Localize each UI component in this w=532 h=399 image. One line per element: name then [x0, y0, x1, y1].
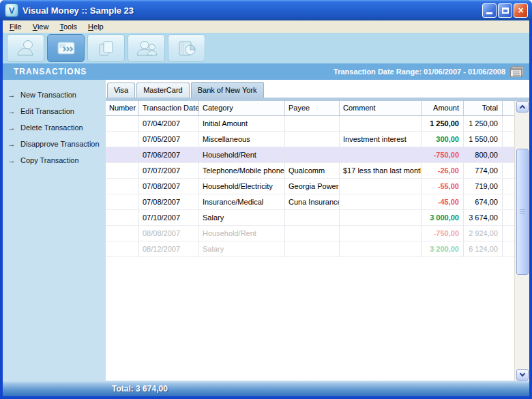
- menu-item-tools[interactable]: Tools: [54, 21, 83, 32]
- column-header-filler: [503, 101, 514, 115]
- cell-category: Miscellaneous: [199, 132, 285, 147]
- cell-filler: [503, 116, 514, 132]
- maximize-button[interactable]: [498, 3, 512, 18]
- cell-amount: -26,00: [422, 163, 464, 179]
- table-row[interactable]: 07/05/2007 Miscellaneous Investment inte…: [106, 132, 514, 147]
- table-row[interactable]: 08/12/2007 Salary 3 200,00 6 124,00: [106, 241, 514, 257]
- cell-total: 3 674,00: [464, 210, 503, 226]
- table-row[interactable]: 07/10/2007 Salary 3 000,00 3 674,00: [106, 210, 514, 226]
- user-toolbar-button[interactable]: [7, 34, 44, 62]
- table-row[interactable]: 08/08/2007 Household/Rent -750,00 2 924,…: [106, 226, 514, 241]
- table-row[interactable]: 07/06/2007 Household/Rent -750,00 800,00: [106, 147, 514, 163]
- cell-comment: Investment interest: [340, 132, 422, 147]
- cell-amount: 1 250,00: [422, 116, 464, 132]
- cell-number: [106, 241, 139, 257]
- cell-comment: $17 less than last month: [340, 163, 422, 179]
- cell-total: 800,00: [464, 147, 503, 163]
- transactions-icon: [55, 39, 77, 58]
- cell-total: 2 924,00: [464, 226, 503, 241]
- column-header-category[interactable]: Category: [199, 101, 285, 115]
- action-arrow-icon: →: [3, 140, 20, 148]
- cell-amount: -750,00: [422, 226, 464, 241]
- minimize-button[interactable]: [482, 3, 497, 18]
- cell-date: 07/08/2007: [139, 194, 199, 210]
- cell-payee: [285, 226, 340, 241]
- scroll-up-button[interactable]: [516, 101, 529, 113]
- column-header-transaction-date[interactable]: Transaction Date: [139, 101, 199, 115]
- vertical-scrollbar[interactable]: [514, 101, 529, 381]
- action-label: Delete Transaction: [20, 123, 83, 132]
- cell-payee: [285, 210, 340, 226]
- documents-icon: [95, 39, 117, 58]
- menu-item-view[interactable]: View: [27, 21, 55, 32]
- table-row[interactable]: 07/04/2007 Initial Amount 1 250,00 1 250…: [106, 116, 514, 132]
- cell-amount: -55,00: [422, 179, 464, 194]
- sidebar-actions: →New Transaction→Edit Transaction→Delete…: [3, 80, 106, 381]
- reports-toolbar-button[interactable]: [168, 34, 205, 62]
- menu-bar: FileViewToolsHelp: [3, 20, 529, 33]
- scrollbar-track[interactable]: [516, 113, 529, 369]
- column-header-comment[interactable]: Comment: [340, 101, 422, 115]
- action-delete-transaction[interactable]: →Delete Transaction: [3, 119, 106, 136]
- cell-date: 07/07/2007: [139, 163, 199, 179]
- cell-category: Salary: [199, 210, 285, 226]
- chevron-up-icon: [520, 105, 525, 110]
- cell-category: Household/Rent: [199, 226, 285, 241]
- cell-amount: -750,00: [422, 147, 464, 163]
- app-window: V Visual Money :: Sample 23 × FileViewTo…: [0, 0, 532, 399]
- app-logo-icon: V: [5, 3, 18, 17]
- cell-number: [106, 116, 139, 132]
- cell-date: 07/05/2007: [139, 132, 199, 147]
- table-header: NumberTransaction DateCategoryPayeeComme…: [106, 101, 514, 116]
- column-header-amount[interactable]: Amount: [422, 101, 464, 115]
- close-button[interactable]: ×: [514, 3, 528, 18]
- action-label: New Transaction: [20, 91, 76, 99]
- tab-bank-of-new-york[interactable]: Bank of New York: [191, 82, 264, 98]
- cell-amount: 3 200,00: [422, 241, 464, 257]
- table-row[interactable]: 07/08/2007 Household/Electricity Georgia…: [106, 179, 514, 194]
- cell-payee: Georgia Power: [285, 179, 340, 194]
- cell-number: [106, 147, 139, 163]
- menu-item-file[interactable]: File: [4, 21, 27, 32]
- cell-total: 1 250,00: [464, 116, 503, 132]
- cell-date: 07/06/2007: [139, 147, 199, 163]
- calendar-icon[interactable]: [510, 66, 524, 78]
- cell-total: 774,00: [464, 163, 503, 179]
- user-icon: [15, 39, 37, 58]
- column-header-number[interactable]: Number: [106, 101, 139, 115]
- cell-category: Telephone/Mobile phone: [199, 163, 285, 179]
- cell-comment: [340, 116, 422, 132]
- action-copy-transaction[interactable]: →Copy Transaction: [3, 152, 106, 168]
- action-arrow-icon: →: [3, 91, 20, 99]
- action-new-transaction[interactable]: →New Transaction: [3, 87, 106, 103]
- cell-filler: [503, 241, 514, 257]
- menu-item-help[interactable]: Help: [83, 21, 109, 32]
- table-body: 07/04/2007 Initial Amount 1 250,00 1 250…: [106, 116, 514, 257]
- tab-visa[interactable]: Visa: [107, 83, 135, 98]
- action-disapprove-transaction[interactable]: →Disapprove Transaction: [3, 136, 106, 152]
- cell-comment: [340, 147, 422, 163]
- tab-mastercard[interactable]: MasterCard: [136, 83, 189, 98]
- column-header-payee[interactable]: Payee: [285, 101, 340, 115]
- cell-amount: 300,00: [422, 132, 464, 147]
- cell-date: 07/08/2007: [139, 179, 199, 194]
- transactions-table: NumberTransaction DateCategoryPayeeComme…: [106, 101, 514, 381]
- action-edit-transaction[interactable]: →Edit Transaction: [3, 103, 106, 119]
- documents-toolbar-button[interactable]: [87, 34, 125, 62]
- account-tabs: VisaMasterCardBank of New York: [106, 80, 529, 98]
- table-row[interactable]: 07/07/2007 Telephone/Mobile phone Qualco…: [106, 163, 514, 179]
- users-icon: [136, 39, 158, 58]
- scroll-down-button[interactable]: [516, 369, 529, 381]
- users-toolbar-button[interactable]: [128, 34, 165, 62]
- action-label: Copy Transaction: [20, 156, 79, 164]
- cell-category: Initial Amount: [199, 116, 285, 132]
- cell-filler: [503, 226, 514, 241]
- window-controls: ×: [482, 3, 528, 18]
- table-row[interactable]: 07/08/2007 Insurance/Medical Cuna Insura…: [106, 194, 514, 210]
- scrollbar-thumb[interactable]: [516, 149, 529, 275]
- transactions-toolbar-button[interactable]: [47, 34, 85, 62]
- cell-payee: [285, 132, 340, 147]
- column-header-total[interactable]: Total: [464, 101, 503, 115]
- toolbar: [3, 33, 529, 63]
- cell-filler: [503, 179, 514, 194]
